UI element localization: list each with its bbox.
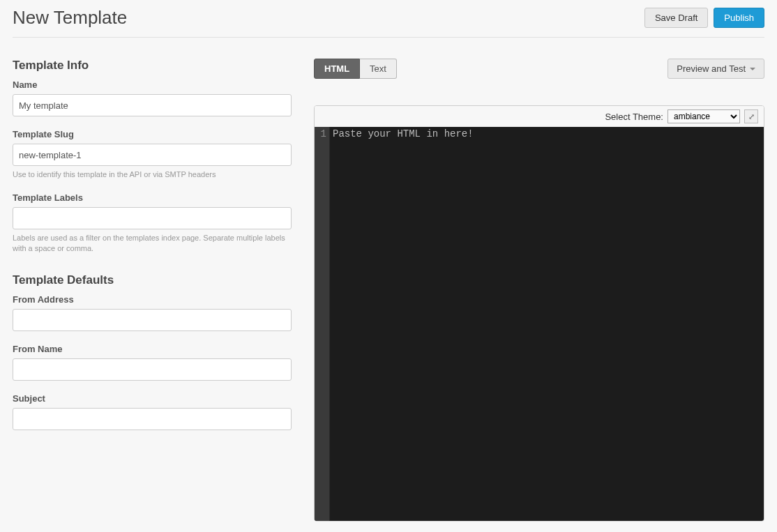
chevron-down-icon — [750, 68, 755, 70]
preview-test-label: Preview and Test — [677, 63, 746, 74]
editor-content[interactable]: Paste your HTML in here! — [330, 127, 764, 521]
labels-input[interactable] — [13, 207, 292, 229]
theme-select[interactable]: ambiance — [667, 109, 740, 123]
select-theme-label: Select Theme: — [605, 112, 663, 122]
name-input[interactable] — [13, 94, 292, 116]
from-name-input[interactable] — [13, 358, 292, 381]
from-name-label: From Name — [13, 344, 292, 354]
from-address-label: From Address — [13, 294, 292, 305]
expand-button[interactable]: ⤢ — [744, 109, 758, 123]
editor-gutter: 1 — [315, 127, 330, 521]
tab-html[interactable]: HTML — [314, 59, 360, 79]
header-actions: Save Draft Publish — [644, 8, 764, 28]
subject-label: Subject — [13, 393, 292, 404]
expand-icon: ⤢ — [748, 112, 755, 121]
preview-test-button[interactable]: Preview and Test — [667, 59, 764, 79]
slug-input[interactable] — [13, 144, 292, 166]
tab-text[interactable]: Text — [360, 59, 397, 79]
code-editor[interactable]: 1 Paste your HTML in here! — [315, 127, 764, 521]
from-address-input[interactable] — [13, 309, 292, 331]
save-draft-button[interactable]: Save Draft — [644, 8, 708, 28]
labels-label: Template Labels — [13, 192, 292, 203]
template-defaults-heading: Template Defaults — [13, 273, 292, 287]
publish-button[interactable]: Publish — [714, 8, 764, 28]
subject-input[interactable] — [13, 408, 292, 430]
slug-help-text: Use to identify this template in the API… — [13, 169, 292, 180]
page-title: New Template — [13, 7, 127, 29]
labels-help-text: Labels are used as a filter on the templ… — [13, 233, 292, 254]
name-label: Name — [13, 79, 292, 90]
template-info-heading: Template Info — [13, 59, 292, 73]
tab-group: HTML Text — [314, 59, 397, 79]
slug-label: Template Slug — [13, 129, 292, 139]
